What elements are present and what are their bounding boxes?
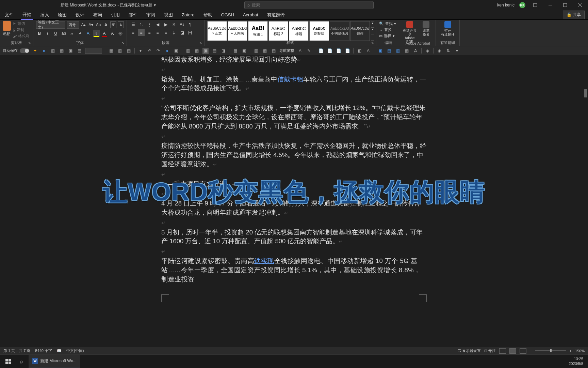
grow-font-button[interactable]: A▴ bbox=[81, 21, 87, 28]
qb-icon-22[interactable]: ▦ bbox=[262, 48, 268, 54]
qb-icon-40[interactable]: ⇅ bbox=[445, 48, 451, 54]
phonetic-guide-button[interactable]: 変 bbox=[110, 21, 116, 28]
qb-icon-3[interactable]: ▥ bbox=[50, 48, 56, 54]
menu-zotero[interactable]: Zotero bbox=[180, 11, 196, 19]
qb-icon-38[interactable]: ◈ bbox=[424, 48, 430, 54]
qb-icon-35[interactable]: ▥ bbox=[395, 48, 401, 54]
bullets-button[interactable]: ☰ bbox=[130, 21, 136, 28]
bold-button[interactable]: B bbox=[36, 30, 43, 37]
sort-button[interactable]: A↓ bbox=[179, 21, 185, 28]
search-box[interactable]: ⌕ bbox=[244, 1, 374, 9]
menu-layout[interactable]: 布局 bbox=[92, 11, 103, 19]
menu-references[interactable]: 引用 bbox=[110, 11, 121, 19]
qb-icon-20[interactable]: ▣ bbox=[241, 48, 247, 54]
start-button[interactable] bbox=[1, 355, 15, 368]
qb-icon-15[interactable]: ▦ bbox=[194, 48, 200, 54]
italic-button[interactable]: I bbox=[44, 30, 51, 37]
qb-icon-25[interactable]: A bbox=[297, 48, 303, 54]
style-heading1[interactable]: AaBl标题 1 bbox=[248, 21, 268, 41]
cut-button[interactable]: ✂ 剪切 bbox=[13, 21, 29, 26]
qb-icon-29[interactable]: 📄 bbox=[336, 48, 342, 54]
qb-undo-history[interactable]: ▾ bbox=[137, 48, 144, 54]
qb-icon-21[interactable]: ▥ bbox=[253, 48, 259, 54]
select-button[interactable]: ▭ 选择 ▾ bbox=[379, 33, 397, 39]
qb-icon-13[interactable]: ▣ bbox=[173, 48, 179, 54]
toggle-switch[interactable] bbox=[20, 48, 29, 53]
style-title[interactable]: AaBbC标题 bbox=[289, 21, 309, 41]
qb-undo[interactable]: ↶ bbox=[146, 48, 152, 54]
qb-icon-12[interactable]: ● bbox=[164, 48, 170, 54]
style-emphasis[interactable]: AaBbCcDd强调 bbox=[350, 21, 370, 41]
user-avatar[interactable]: KK bbox=[519, 2, 525, 8]
strikethrough-button[interactable]: ab bbox=[60, 30, 67, 37]
menu-design[interactable]: 设计 bbox=[74, 11, 86, 19]
menu-mailings[interactable]: 邮件 bbox=[127, 11, 139, 19]
highlight-button[interactable]: ℓ bbox=[93, 30, 100, 37]
qb-icon-26[interactable]: ✎ bbox=[306, 48, 312, 54]
qb-more[interactable]: ▾ bbox=[454, 48, 460, 54]
menu-ggsh[interactable]: GGSH bbox=[220, 11, 235, 19]
youdao-open-button[interactable]: 打开 有道翻译 bbox=[439, 21, 457, 36]
language-status[interactable]: 中文(中国) bbox=[66, 348, 84, 353]
paragraph-launcher[interactable]: ⬊ bbox=[199, 41, 203, 45]
styles-launcher[interactable]: ⬊ bbox=[371, 41, 375, 45]
qb-icon-1[interactable]: ✦ bbox=[32, 48, 38, 54]
style-normal[interactable]: AaBbCcDd» 正文 bbox=[207, 21, 227, 41]
ribbon-display-options[interactable] bbox=[530, 1, 540, 9]
hyperlink[interactable]: 信戴卡铝 bbox=[277, 76, 303, 83]
styles-down[interactable]: ▾ bbox=[371, 28, 374, 34]
search-input[interactable] bbox=[252, 3, 371, 7]
character-border-button[interactable]: A bbox=[118, 21, 124, 28]
hyperlink[interactable]: 铁实现 bbox=[254, 257, 274, 264]
font-size-select[interactable]: 四号 bbox=[67, 21, 79, 29]
menu-draw[interactable]: 绘图 bbox=[56, 11, 68, 19]
show-marks-button[interactable]: ¶ bbox=[187, 21, 194, 28]
request-sign-button[interactable]: 请求 签名 bbox=[419, 21, 433, 44]
style-nospacing[interactable]: AaBbCcDd» 无间隔 bbox=[228, 21, 247, 41]
menu-home[interactable]: 开始 bbox=[21, 10, 33, 20]
qb-table-icon[interactable]: ▦ bbox=[108, 48, 114, 54]
replace-button[interactable]: ↔ 替换 bbox=[379, 27, 397, 32]
menu-insert[interactable]: 插入 bbox=[39, 11, 50, 19]
styles-up[interactable]: ▴ bbox=[371, 21, 374, 28]
web-layout-button[interactable] bbox=[520, 348, 526, 354]
shading-button[interactable]: ◪ bbox=[179, 29, 185, 36]
zoom-level[interactable]: 156% bbox=[575, 349, 585, 353]
system-clock[interactable]: 13:25 2023/5/8 bbox=[569, 357, 583, 366]
text-effects-button[interactable]: A bbox=[85, 30, 92, 37]
copy-button[interactable]: ⎘ 复制 bbox=[13, 27, 29, 32]
format-painter-button[interactable]: 🖌 格式刷 bbox=[13, 33, 29, 39]
spell-check-icon[interactable]: 📖 bbox=[57, 349, 62, 353]
user-name[interactable]: ken kenic bbox=[497, 3, 514, 7]
align-right-button[interactable]: ≡ bbox=[146, 29, 153, 36]
menu-acrobat[interactable]: Acrobat bbox=[242, 11, 260, 19]
qb-icon-23[interactable]: ▤ bbox=[271, 48, 277, 54]
distributed-button[interactable]: ≡ bbox=[162, 29, 169, 36]
qb-icon-4[interactable]: ▦ bbox=[59, 48, 65, 54]
menu-view[interactable]: 视图 bbox=[163, 11, 174, 19]
read-mode-button[interactable] bbox=[499, 348, 506, 354]
qb-icon-14[interactable]: ▥ bbox=[185, 48, 191, 54]
focus-mode[interactable]: ⊡ 专注 bbox=[484, 348, 496, 353]
change-case-button[interactable]: Aa bbox=[95, 21, 101, 28]
qb-icon-17[interactable]: ▤ bbox=[211, 48, 217, 54]
borders-button[interactable]: 田 bbox=[187, 29, 194, 36]
find-button[interactable]: 🔍 查找 ▾ bbox=[379, 21, 397, 26]
qb-icon-8[interactable]: ▥ bbox=[117, 48, 123, 54]
qb-icon-6[interactable]: ▤ bbox=[76, 48, 82, 54]
share-button[interactable]: 🔒 共享 bbox=[563, 11, 585, 19]
qb-icon-27[interactable]: 📄 bbox=[318, 48, 324, 54]
menu-review[interactable]: 审阅 bbox=[145, 11, 157, 19]
clipboard-launcher[interactable]: ⬊ bbox=[28, 41, 32, 45]
shrink-font-button[interactable]: A▾ bbox=[88, 21, 94, 28]
font-color-button[interactable]: A bbox=[101, 30, 108, 37]
autosave-toggle[interactable]: 自动保存 bbox=[3, 48, 29, 53]
style-heading2[interactable]: AaBbC标题 2 bbox=[268, 21, 288, 41]
underline-button[interactable]: U bbox=[52, 30, 59, 37]
line-spacing-button[interactable]: ‡ bbox=[170, 29, 177, 36]
qb-icon-19[interactable]: ▦ bbox=[232, 48, 238, 54]
styles-more[interactable]: ⋯ bbox=[371, 34, 374, 41]
close-button[interactable] bbox=[575, 1, 585, 9]
qb-icon-32[interactable]: A bbox=[365, 48, 371, 54]
justify-button[interactable]: ≡ bbox=[154, 29, 161, 36]
